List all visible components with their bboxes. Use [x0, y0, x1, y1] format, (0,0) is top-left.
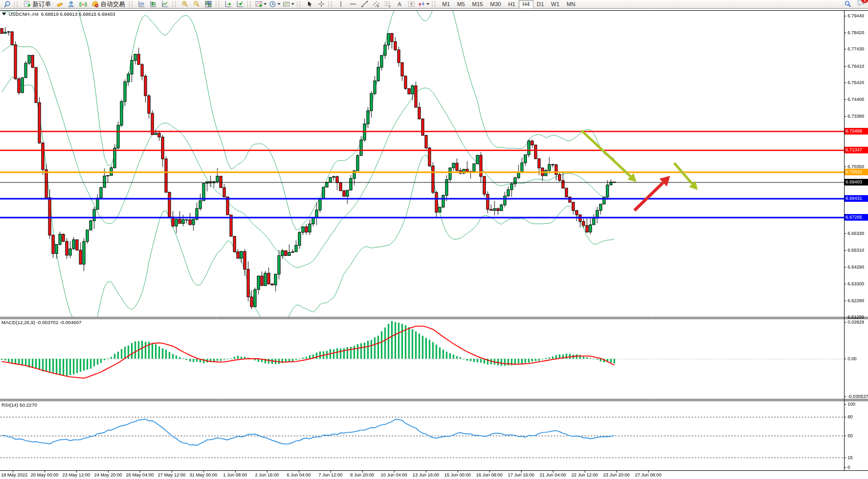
chart-canvas[interactable]: [0, 0, 868, 479]
zoom-in-icon[interactable]: [179, 0, 191, 9]
template-icon: [283, 1, 290, 8]
price-level-tag[interactable]: 6.70022: [845, 169, 868, 175]
macd-label: MACD(12,26,9) -0.003702 -0.004607: [2, 320, 82, 325]
profile-icon[interactable]: [65, 0, 77, 9]
symbol-name: USDCNH-,H4: [9, 11, 39, 17]
candle-chart-mode-icon[interactable]: [147, 0, 159, 9]
tab-h1[interactable]: H1: [504, 0, 519, 9]
tab-w1[interactable]: W1: [548, 0, 564, 9]
tab-h4[interactable]: H4: [519, 0, 533, 9]
templates-button[interactable]: [282, 0, 295, 9]
arrows-tool[interactable]: [417, 0, 430, 9]
svg-text:E: E: [377, 4, 379, 8]
tab-m30[interactable]: M30: [487, 0, 504, 9]
equidistant-channel-tool[interactable]: E: [370, 0, 382, 9]
search-icon[interactable]: [842, 0, 854, 9]
price-level-tag[interactable]: 6.69403: [845, 179, 868, 185]
auto-trading-icon: [91, 1, 99, 8]
label-tool[interactable]: T: [405, 0, 417, 9]
zoom-out-icon[interactable]: [191, 0, 202, 9]
tab-d1[interactable]: D1: [533, 0, 548, 9]
symbol-dropdown-icon[interactable]: [2, 13, 6, 15]
new-order-label: 新订单: [33, 0, 51, 9]
line-chart-mode-icon[interactable]: [159, 0, 171, 9]
new-order-button[interactable]: 新订单: [21, 0, 54, 9]
svg-text:A: A: [398, 1, 402, 7]
notification-badge: 1: [861, 0, 868, 3]
fibonacci-tool[interactable]: F: [382, 0, 394, 9]
mt4-window: 新订单 自动交易: [0, 0, 868, 479]
price-level-tag[interactable]: 6.72458: [845, 128, 868, 135]
tile-windows-icon[interactable]: [202, 0, 214, 9]
text-tool[interactable]: A: [394, 0, 405, 9]
clock-icon: [269, 1, 276, 8]
auto-scroll-icon[interactable]: [222, 0, 234, 9]
tab-m5[interactable]: M5: [453, 0, 468, 9]
indicators-icon: [255, 1, 263, 8]
auto-trading-label: 自动交易: [100, 0, 125, 9]
svg-text:T: T: [410, 2, 413, 7]
vertical-line-tool[interactable]: [335, 0, 347, 9]
toolbar: 新订单 自动交易: [0, 0, 868, 9]
signal-icon[interactable]: [77, 0, 89, 9]
symbol-info: USDCNH-,H4 6.68819 6.69913 6.68615 6.694…: [2, 11, 115, 17]
styler-icon[interactable]: [54, 0, 65, 9]
price-level-tag[interactable]: 6.68431: [845, 195, 868, 202]
tab-mn[interactable]: MN: [563, 0, 579, 9]
price-level-tag[interactable]: 6.71347: [845, 147, 868, 153]
tab-m15[interactable]: M15: [469, 0, 487, 9]
auto-trading-button[interactable]: 自动交易: [89, 0, 127, 9]
notifications-button[interactable]: 1: [857, 0, 865, 9]
trendline-tool[interactable]: [359, 0, 370, 9]
symbol-ohlc: 6.68819 6.69913 6.68615 6.69403: [41, 11, 115, 17]
price-level-tag[interactable]: 6.67285: [845, 214, 868, 221]
cursor-button[interactable]: [303, 0, 315, 9]
svg-text:F: F: [389, 5, 391, 8]
bar-chart-mode-icon[interactable]: [136, 0, 147, 9]
market-watch-icon[interactable]: [1, 0, 13, 9]
rsi-label: RSI(14) 50.2270: [2, 402, 37, 408]
indicators-button[interactable]: [254, 0, 268, 9]
periods-button[interactable]: [268, 0, 282, 9]
crosshair-button[interactable]: [315, 0, 327, 9]
new-order-icon: [23, 1, 31, 8]
tab-m1[interactable]: M1: [439, 0, 453, 9]
horizontal-line-tool[interactable]: [347, 0, 359, 9]
chart-shift-icon[interactable]: [234, 0, 246, 9]
